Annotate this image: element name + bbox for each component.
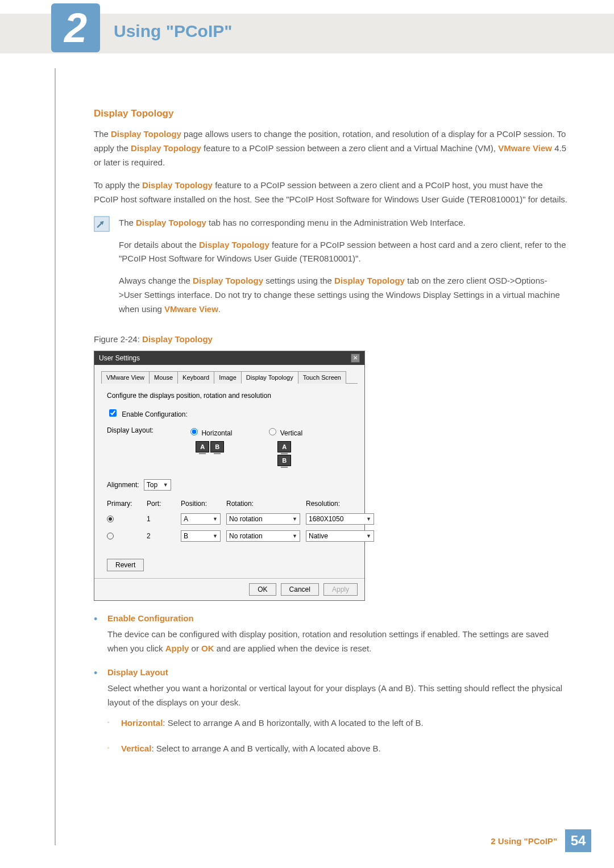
paragraph-intro-2: To apply the Display Topology feature to… <box>94 178 569 207</box>
chevron-down-icon: ▼ <box>366 516 371 522</box>
display-layout-label: Display Layout: <box>107 426 154 434</box>
tab-mouse[interactable]: Mouse <box>149 371 178 384</box>
intro-text: Configure the displays position, rotatio… <box>107 392 352 400</box>
page-footer: 2 Using "PCoIP" 54 <box>491 829 591 852</box>
apply-button[interactable]: Apply <box>323 583 358 596</box>
primary-radio-1[interactable] <box>107 516 114 522</box>
tab-vmware-view[interactable]: VMware View <box>101 371 150 384</box>
chevron-down-icon: ▼ <box>213 516 218 522</box>
dialog-tabs: VMware View Mouse Keyboard Image Display… <box>101 371 358 384</box>
port-value: 2 <box>147 532 175 540</box>
revert-button[interactable]: Revert <box>107 559 144 571</box>
chevron-down-icon: ▼ <box>366 533 371 539</box>
chapter-number-badge: 2 <box>51 3 100 52</box>
chevron-down-icon: ▼ <box>292 516 297 522</box>
alignment-label: Alignment: <box>107 481 139 489</box>
port-value: 1 <box>147 515 175 523</box>
def-enable-text: The device can be configured with displa… <box>107 628 569 656</box>
horizontal-layout-icon: A B <box>195 441 225 454</box>
layout-horizontal-radio[interactable] <box>190 428 198 435</box>
rotation-dropdown-1[interactable]: No rotation▼ <box>226 513 300 525</box>
tab-image[interactable]: Image <box>214 371 242 384</box>
close-icon[interactable]: ✕ <box>351 354 360 363</box>
square-bullet-icon: ▫ <box>107 742 121 763</box>
tab-display-topology[interactable]: Display Topology <box>241 371 298 384</box>
layout-horizontal-label: Horizontal <box>201 429 232 437</box>
layout-vertical-radio[interactable] <box>269 428 276 435</box>
primary-radio-2[interactable] <box>107 533 114 539</box>
chapter-title: Using "PCoIP" <box>114 22 232 41</box>
note-line-2: For details about the Display Topology f… <box>119 238 569 267</box>
tab-keyboard[interactable]: Keyboard <box>177 371 214 384</box>
cancel-button[interactable]: Cancel <box>281 583 319 596</box>
rotation-dropdown-2[interactable]: No rotation▼ <box>226 530 300 542</box>
def-layout-h: Horizontal: Select to arrange A and B ho… <box>121 716 569 730</box>
resolution-dropdown-1[interactable]: 1680X1050▼ <box>306 513 374 525</box>
footer-page-number: 54 <box>565 829 591 852</box>
enable-configuration-checkbox[interactable] <box>109 409 117 417</box>
tab-touch-screen[interactable]: Touch Screen <box>298 371 346 384</box>
def-layout-title: Display Layout <box>107 667 569 677</box>
ok-button[interactable]: OK <box>249 583 276 596</box>
layout-vertical-label: Vertical <box>280 429 302 437</box>
bullet-icon: • <box>94 613 107 663</box>
user-settings-dialog: User Settings ✕ VMware View Mouse Keyboa… <box>94 351 365 601</box>
alignment-dropdown[interactable]: Top▼ <box>144 479 171 491</box>
def-layout-text: Select whether you want a horizontal or … <box>107 682 569 710</box>
enable-configuration-label: Enable Configuration: <box>122 410 187 418</box>
paragraph-intro-1: The Display Topology page allows users t… <box>94 127 569 169</box>
table-row: 2 B▼ No rotation▼ Native▼ <box>107 530 352 542</box>
bullet-icon: • <box>94 667 107 767</box>
side-rule <box>55 68 56 845</box>
resolution-dropdown-2[interactable]: Native▼ <box>306 530 374 542</box>
square-bullet-icon: ▫ <box>107 716 121 737</box>
def-layout-v: Vertical: Select to arrange A and B vert… <box>121 742 569 756</box>
def-enable-title: Enable Configuration <box>107 613 569 623</box>
figure-caption: Figure 2-24: Display Topology <box>94 334 569 344</box>
table-header: Primary: Port: Position: Rotation: Resol… <box>107 500 352 508</box>
chevron-down-icon: ▼ <box>213 533 218 539</box>
note-line-3: Always change the Display Topology setti… <box>119 274 569 316</box>
chevron-down-icon: ▼ <box>163 482 168 488</box>
chevron-down-icon: ▼ <box>292 533 297 539</box>
position-dropdown-1[interactable]: A▼ <box>181 513 221 525</box>
section-title: Display Topology <box>94 108 569 119</box>
position-dropdown-2[interactable]: B▼ <box>181 530 221 542</box>
note-icon <box>94 216 113 325</box>
note-block: The Display Topology tab has no correspo… <box>94 216 569 325</box>
footer-chapter-label: 2 Using "PCoIP" <box>491 836 557 846</box>
table-row: 1 A▼ No rotation▼ 1680X1050▼ <box>107 513 352 525</box>
vertical-layout-icon: A B <box>277 441 292 468</box>
note-line-1: The Display Topology tab has no correspo… <box>119 216 569 230</box>
dialog-title: User Settings <box>99 354 140 362</box>
